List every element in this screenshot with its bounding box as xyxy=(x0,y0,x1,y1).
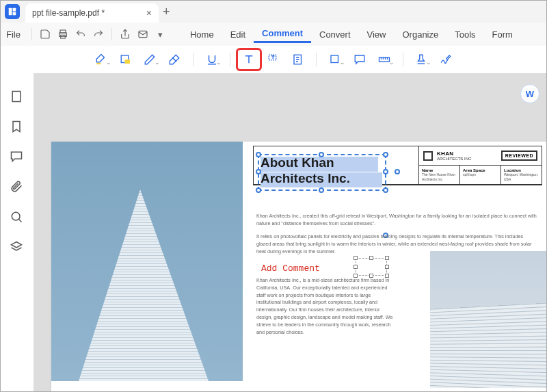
separator xyxy=(193,53,194,66)
resize-handle[interactable] xyxy=(383,152,388,157)
area-highlight-tool[interactable] xyxy=(114,49,137,70)
resize-handle[interactable] xyxy=(369,256,373,260)
eraser-tool[interactable] xyxy=(163,49,186,70)
info-loc-value: Westport, Washington, USA xyxy=(504,172,539,181)
resize-handle[interactable] xyxy=(383,187,388,193)
separator xyxy=(230,53,230,66)
menu-comment[interactable]: Comment xyxy=(254,25,311,43)
page: KHAN ARCHITECTS INC REVIEWED Name The Ne… xyxy=(51,142,546,391)
svg-point-14 xyxy=(12,212,20,220)
resize-handle[interactable] xyxy=(383,169,388,174)
menu-tools[interactable]: Tools xyxy=(446,27,483,42)
document-canvas[interactable]: W KHAN ARCHITECTS INC REVIEW xyxy=(34,73,546,391)
text-comment-tool[interactable] xyxy=(237,49,261,70)
highlighter-tool[interactable] xyxy=(90,49,113,70)
svg-rect-12 xyxy=(379,57,389,62)
titlebar: ppt file-sample.pdf * × + xyxy=(1,1,546,23)
share-icon[interactable] xyxy=(116,25,134,43)
menu-file[interactable]: File xyxy=(6,29,21,40)
menu-home[interactable]: Home xyxy=(182,27,222,42)
brand-name: KHAN xyxy=(437,151,471,157)
menu-edit[interactable]: Edit xyxy=(222,27,254,42)
svg-rect-2 xyxy=(13,12,16,16)
hero-image-right xyxy=(430,251,546,388)
reviewed-stamp: REVIEWED xyxy=(501,151,537,161)
resize-handle[interactable] xyxy=(353,256,358,260)
resize-handle[interactable] xyxy=(353,265,358,269)
resize-handle[interactable] xyxy=(256,152,261,157)
svg-rect-1 xyxy=(13,8,16,12)
bookmarks-icon[interactable] xyxy=(10,120,25,135)
email-icon[interactable] xyxy=(134,25,152,43)
search-icon[interactable] xyxy=(10,210,25,225)
shapes-tool[interactable] xyxy=(323,49,347,70)
body-paragraph-1: Khan Architects Inc., created this off-g… xyxy=(256,213,537,228)
separator xyxy=(111,28,112,40)
stamp-tool[interactable] xyxy=(410,49,433,70)
info-name-value: The New House Khan Architects Inc xyxy=(422,172,457,181)
redo-icon[interactable] xyxy=(90,25,107,43)
comments-panel-icon[interactable] xyxy=(10,150,25,165)
text-callout-tool[interactable] xyxy=(262,49,285,70)
svg-rect-13 xyxy=(12,92,21,102)
word-icon-label: W xyxy=(526,89,534,99)
separator xyxy=(31,28,32,40)
underline-tool[interactable] xyxy=(200,49,224,70)
brand-sub: ARCHITECTS INC xyxy=(437,157,471,161)
body-paragraph-3: Khan Architects Inc., is a mid-sized arc… xyxy=(256,277,393,336)
resize-handle[interactable] xyxy=(395,169,400,174)
workspace: W KHAN ARCHITECTS INC REVIEW xyxy=(1,73,546,391)
attachments-icon[interactable] xyxy=(10,180,25,195)
menu-organize[interactable]: Organize xyxy=(394,27,446,42)
text-selection-box[interactable] xyxy=(258,154,386,191)
svg-rect-8 xyxy=(124,60,130,64)
brand-logo-icon xyxy=(423,151,433,161)
menu-view[interactable]: View xyxy=(359,27,395,42)
menubar: File ▾ Home Edit Comment Convert View Or… xyxy=(1,23,546,46)
hero-image-left xyxy=(51,142,243,381)
resize-handle[interactable] xyxy=(256,169,261,174)
comment-selection-box[interactable] xyxy=(356,258,387,276)
more-icon[interactable]: ▾ xyxy=(152,25,170,43)
save-icon[interactable] xyxy=(36,25,54,43)
resize-handle[interactable] xyxy=(385,256,389,260)
menu-convert[interactable]: Convert xyxy=(311,27,359,42)
separator xyxy=(403,53,403,66)
comment-toolbar xyxy=(1,46,546,73)
measure-tool[interactable] xyxy=(373,49,396,70)
document-tab[interactable]: ppt file-sample.pdf * × xyxy=(25,3,159,23)
resize-handle[interactable] xyxy=(256,187,261,193)
resize-handle[interactable] xyxy=(385,265,389,269)
separator xyxy=(316,53,317,66)
chat-comment-tool[interactable] xyxy=(348,49,371,70)
pencil-tool[interactable] xyxy=(138,49,161,70)
comment-annotation[interactable]: Add Comment xyxy=(261,263,320,274)
app-logo xyxy=(5,4,20,19)
new-tab-button[interactable]: + xyxy=(163,5,170,19)
sidebar xyxy=(1,73,34,391)
svg-rect-11 xyxy=(331,55,338,63)
close-icon[interactable]: × xyxy=(146,8,152,18)
resize-handle[interactable] xyxy=(319,152,324,157)
undo-icon[interactable] xyxy=(72,25,90,43)
tab-title: ppt file-sample.pdf * xyxy=(32,8,105,18)
thumbnails-icon[interactable] xyxy=(10,90,25,105)
word-export-button[interactable]: W xyxy=(520,84,539,103)
note-tool[interactable] xyxy=(286,49,310,70)
resize-handle[interactable] xyxy=(319,187,324,193)
print-icon[interactable] xyxy=(54,25,72,43)
menu-form[interactable]: Form xyxy=(484,27,521,42)
layers-icon[interactable] xyxy=(10,240,25,255)
info-area-value: sqft/sqm xyxy=(463,172,498,177)
svg-rect-0 xyxy=(9,8,12,16)
signature-tool[interactable] xyxy=(434,49,457,70)
